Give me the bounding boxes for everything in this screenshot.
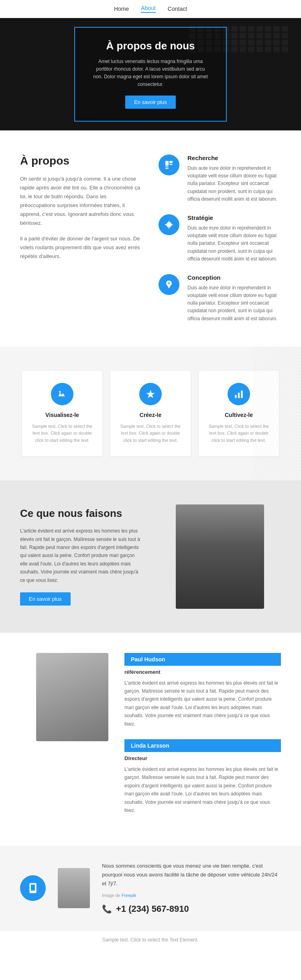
testimonial-paul-text: L'article évident est arrivé express les…	[124, 679, 281, 728]
testimonial-linda-role: Directeur	[124, 755, 281, 761]
freepik-link[interactable]: Freepik	[122, 893, 136, 898]
cards-bg-decoration	[253, 347, 301, 480]
svg-rect-1	[165, 167, 169, 167]
svg-rect-7	[235, 395, 236, 398]
svg-rect-0	[165, 161, 169, 166]
cultivate-icon	[228, 383, 250, 405]
testimonials-left	[20, 653, 124, 826]
feature-conception-desc: Duis aute irure dolor in reprehenderit i…	[187, 284, 281, 323]
cards-section: Visualisez-le Sample text. Click to sele…	[0, 347, 301, 480]
person-silhouette	[176, 504, 264, 609]
feature-conception-text: Conception Duis aute irure dolor in repr…	[187, 274, 281, 323]
feature-recherche: Recherche Duis aute irure dolor in repre…	[159, 155, 281, 203]
testimonial-paul-name: Paul Hudson	[124, 653, 281, 666]
what-right	[159, 504, 281, 609]
nav-contact[interactable]: Contact	[168, 6, 187, 12]
about-paragraph-2: Il a parlé d'éviter de donner de l'argen…	[20, 234, 142, 261]
about-left: À propos Oh sentir si jusqu'à jusqu'à co…	[20, 155, 142, 323]
what-cta-button[interactable]: En savoir plus	[20, 592, 71, 606]
testimonial-linda-name: Linda Larsson	[124, 739, 281, 752]
feature-strategie-title: Stratégie	[187, 214, 281, 221]
svg-rect-4	[169, 164, 173, 165]
what-description: L'article évident est arrivé express les…	[20, 527, 142, 584]
testimonials-section: Paul Hudson référencement L'article évid…	[0, 633, 301, 846]
hero-box: À propos de nous Amet luctus venenatis l…	[74, 27, 227, 122]
feature-strategie-desc: Duis aute irure dolor in reprehenderit i…	[187, 224, 281, 263]
about-section: À propos Oh sentir si jusqu'à jusqu'à co…	[0, 130, 301, 347]
nav-about[interactable]: About	[141, 5, 156, 13]
feature-strategie-text: Stratégie Duis aute irure dolor in repre…	[187, 214, 281, 263]
hero-cta-button[interactable]: En savoir plus	[125, 96, 176, 109]
recherche-icon	[159, 155, 179, 175]
cta-phone-icon	[20, 875, 46, 901]
card-visualise-desc: Sample text. Click to select the text bo…	[30, 423, 94, 444]
cta-text: Nous sommes conscients que vous menez un…	[102, 862, 281, 914]
testimonial-person-photo	[36, 653, 108, 741]
svg-rect-3	[169, 161, 173, 163]
svg-point-6	[59, 391, 61, 392]
hero-section: À propos de nous Amet luctus venenatis l…	[0, 18, 301, 130]
cta-description: Nous sommes conscients que vous menez un…	[102, 862, 281, 888]
cta-person-photo	[58, 868, 90, 908]
testimonials-right: Paul Hudson référencement L'article évid…	[124, 653, 281, 826]
footer-note-text: Sample text. Click to select the Text El…	[102, 937, 199, 943]
feature-conception: Conception Duis aute irure dolor in repr…	[159, 274, 281, 323]
phone-icon: 📞	[102, 904, 112, 914]
hero-title: À propos de nous	[91, 40, 210, 52]
conception-icon	[159, 274, 179, 295]
card-create-title: Créez-le	[118, 412, 183, 418]
card-create-desc: Sample text. Click to select the text bo…	[118, 423, 183, 444]
feature-recherche-title: Recherche	[187, 155, 281, 161]
card-create: Créez-le Sample text. Click to select th…	[110, 371, 191, 456]
svg-rect-8	[238, 393, 240, 398]
visualise-icon	[51, 383, 73, 405]
strategie-icon	[159, 214, 179, 235]
about-paragraph-1: Oh sentir si jusqu'à jusqu'à comme. Il a…	[20, 175, 142, 228]
phone-number: +1 (234) 567-8910	[116, 904, 189, 914]
testimonial-linda: Linda Larsson Directeur L'article éviden…	[124, 739, 281, 814]
cta-image-credit: Image de Freepik	[102, 892, 281, 899]
what-left: Ce que nous faisons L'article évident es…	[20, 507, 142, 606]
cta-phone-number: 📞 +1 (234) 567-8910	[102, 904, 281, 914]
testimonial-paul-role: référencement	[124, 669, 281, 675]
feature-strategie: Stratégie Duis aute irure dolor in repre…	[159, 214, 281, 263]
feature-recherche-desc: Duis aute irure dolor in reprehenderit i…	[187, 165, 281, 203]
feature-conception-title: Conception	[187, 274, 281, 281]
svg-rect-11	[31, 884, 35, 891]
svg-rect-9	[241, 390, 242, 398]
about-features: Recherche Duis aute irure dolor in repre…	[159, 155, 281, 323]
what-heading: Ce que nous faisons	[20, 507, 142, 520]
card-visualise: Visualisez-le Sample text. Click to sele…	[22, 371, 102, 456]
cta-section: Nous sommes conscients que vous menez un…	[0, 846, 301, 930]
create-icon	[139, 383, 162, 405]
testimonial-linda-text: L'article évident est arrivé express les…	[124, 765, 281, 814]
about-heading: À propos	[20, 155, 142, 167]
svg-rect-2	[165, 168, 169, 169]
what-person-photo	[176, 504, 264, 609]
svg-point-12	[33, 891, 34, 892]
testimonial-paul: Paul Hudson référencement L'article évid…	[124, 653, 281, 728]
nav-home[interactable]: Home	[114, 6, 129, 12]
what-section: Ce que nous faisons L'article évident es…	[0, 480, 301, 633]
feature-recherche-text: Recherche Duis aute irure dolor in repre…	[187, 155, 281, 203]
hero-description: Amet luctus venenatis lectus magna fring…	[91, 58, 210, 89]
footer-note: Sample text. Click to select the Text El…	[0, 930, 301, 949]
card-visualise-title: Visualisez-le	[30, 412, 94, 418]
main-nav: Home About Contact	[0, 0, 301, 18]
